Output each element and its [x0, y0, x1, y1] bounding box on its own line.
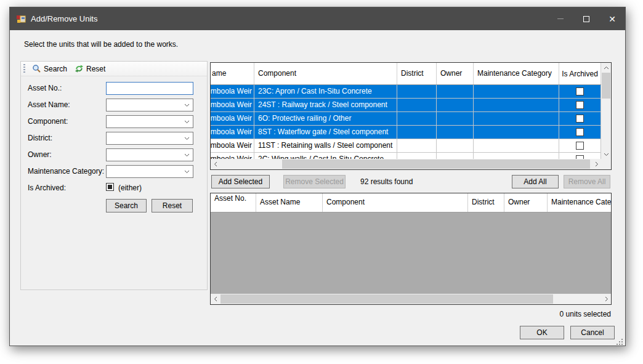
cell-component: 24ST : Railway track / Steel component — [254, 99, 397, 111]
col-name[interactable]: ame — [211, 63, 254, 84]
is-archived-row-checkbox[interactable] — [576, 87, 584, 95]
col-maintenance-category[interactable]: Maintenance Category — [474, 63, 559, 84]
maintenance-category-label: Maintenance Category: — [28, 167, 104, 176]
units-selected-label: 0 units selected — [560, 310, 611, 318]
component-label: Component: — [28, 117, 68, 126]
table-row[interactable]: Dimboola Weir 23C: Apron / Cast In-Situ … — [211, 85, 611, 99]
cell-component: 8ST : Waterflow gate / Steel component — [254, 126, 397, 139]
scroll-left-icon[interactable] — [211, 159, 220, 169]
cell-asset-name: Dimboola Weir — [211, 112, 254, 125]
cell-maintenance-category — [474, 112, 559, 125]
table-row[interactable]: Dimboola Weir 6O: Protective railing / O… — [211, 112, 611, 126]
cell-owner — [437, 112, 474, 125]
asset-no-input[interactable] — [106, 82, 193, 95]
cell-owner — [437, 126, 474, 139]
cell-maintenance-category — [474, 85, 559, 98]
col-asset-name[interactable]: Asset Name — [256, 193, 323, 212]
results-table-header: ame Component District Owner Maintenance… — [211, 63, 611, 85]
selected-table-header: Asset No. Asset Name Component District … — [211, 193, 611, 212]
cell-asset-name: Dimboola Weir — [211, 85, 254, 98]
is-archived-row-checkbox[interactable] — [576, 115, 584, 123]
cell-maintenance-category — [474, 139, 559, 152]
table-row[interactable]: Dimboola Weir 24ST : Railway track / Ste… — [211, 99, 611, 112]
asset-no-label: Asset No.: — [28, 84, 62, 92]
ok-button[interactable]: OK — [520, 326, 564, 339]
scrollbar-thumb[interactable] — [220, 294, 553, 304]
cancel-button[interactable]: Cancel — [570, 326, 615, 339]
results-table: ame Component District Owner Maintenance… — [210, 62, 612, 170]
remove-all-button: Remove All — [564, 175, 610, 188]
cell-maintenance-category — [474, 153, 559, 159]
maximize-icon[interactable] — [573, 7, 599, 30]
col-asset-no[interactable]: Asset No. — [211, 193, 256, 212]
scroll-right-icon[interactable] — [592, 159, 601, 169]
is-archived-row-checkbox[interactable] — [576, 128, 584, 136]
scroll-down-icon[interactable] — [601, 150, 611, 159]
scroll-left-icon[interactable] — [211, 294, 220, 304]
cell-maintenance-category — [474, 126, 559, 139]
scroll-right-icon[interactable] — [602, 294, 611, 304]
owner-select[interactable] — [106, 148, 193, 161]
close-icon[interactable]: ✕ — [599, 7, 625, 30]
table-row[interactable]: Dimboola Weir 11ST : Retaining walls / S… — [211, 139, 611, 153]
reset-button[interactable]: Reset — [152, 199, 193, 212]
cell-component: 11ST : Retaining walls / Steel component — [254, 139, 397, 152]
cell-component: 6O: Protective railing / Other — [254, 112, 397, 125]
col-district[interactable]: District — [468, 193, 504, 212]
asset-name-select[interactable] — [106, 99, 193, 111]
col-owner[interactable]: Owner — [437, 63, 474, 84]
col-component[interactable]: Component — [323, 193, 468, 212]
toolbar-search-label: Search — [44, 65, 67, 73]
search-button[interactable]: Search — [106, 199, 147, 212]
asset-name-label: Asset Name: — [28, 100, 70, 109]
cell-owner — [437, 85, 474, 98]
col-district[interactable]: District — [397, 63, 437, 84]
add-remove-units-dialog: Add/Remove Units ✕ Select the units that… — [9, 7, 626, 346]
results-vertical-scrollbar[interactable] — [601, 63, 611, 159]
chevron-down-icon — [184, 103, 190, 107]
district-label: District: — [28, 134, 52, 142]
magnifier-icon — [32, 64, 41, 73]
scrollbar-thumb[interactable] — [602, 73, 610, 99]
district-select[interactable] — [106, 132, 193, 145]
instruction-text: Select the units that will be added to t… — [24, 40, 178, 49]
remove-selected-button: Remove Selected — [283, 175, 346, 188]
cell-owner — [437, 139, 474, 152]
table-row[interactable]: Dimboola Weir 8ST : Waterflow gate / Ste… — [211, 126, 611, 139]
cell-district — [397, 126, 437, 139]
scroll-up-icon[interactable] — [601, 63, 611, 72]
cell-asset-name: Dimboola Weir — [211, 139, 254, 152]
component-select[interactable] — [106, 115, 193, 128]
col-maintenance-category[interactable]: Maintenance Catego — [548, 193, 611, 212]
is-archived-row-checkbox[interactable] — [576, 142, 584, 150]
is-archived-row-checkbox[interactable] — [576, 101, 584, 109]
cell-component: 23C: Apron / Cast In-Situ Concrete — [254, 85, 397, 98]
toolbar-gripper — [23, 64, 25, 73]
cell-asset-name: Dimboola Weir — [211, 126, 254, 139]
owner-label: Owner: — [28, 150, 52, 159]
add-selected-button[interactable]: Add Selected — [211, 175, 270, 188]
chevron-down-icon — [184, 137, 190, 140]
toolbar-search-button[interactable]: Search — [28, 63, 71, 75]
cell-component: 2C: Wing walls / Cast In-Situ Concrete — [254, 153, 397, 159]
title-bar[interactable]: Add/Remove Units ✕ — [10, 7, 625, 30]
toolbar-reset-label: Reset — [86, 65, 105, 73]
chevron-down-icon — [184, 120, 190, 124]
scrollbar-thumb[interactable] — [282, 160, 590, 169]
toolbar-reset-button[interactable]: Reset — [71, 63, 109, 75]
col-is-archived[interactable]: Is Archived — [559, 63, 601, 84]
selected-horizontal-scrollbar[interactable] — [211, 294, 611, 304]
col-component[interactable]: Component — [254, 63, 397, 84]
search-toolbar: Search Reset — [21, 62, 207, 76]
results-count-label: 92 results found — [360, 175, 413, 188]
col-owner[interactable]: Owner — [504, 193, 548, 212]
cell-maintenance-category — [474, 99, 559, 111]
chevron-down-icon — [184, 170, 190, 174]
table-row-partial[interactable]: Dimboola Weir 2C: Wing walls / Cast In-S… — [211, 153, 611, 159]
chevron-down-icon — [184, 153, 190, 157]
resize-grip[interactable] — [617, 338, 623, 345]
add-all-button[interactable]: Add All — [512, 175, 559, 188]
results-horizontal-scrollbar[interactable] — [211, 159, 601, 169]
cell-district — [397, 139, 437, 152]
window-title: Add/Remove Units — [31, 14, 97, 23]
